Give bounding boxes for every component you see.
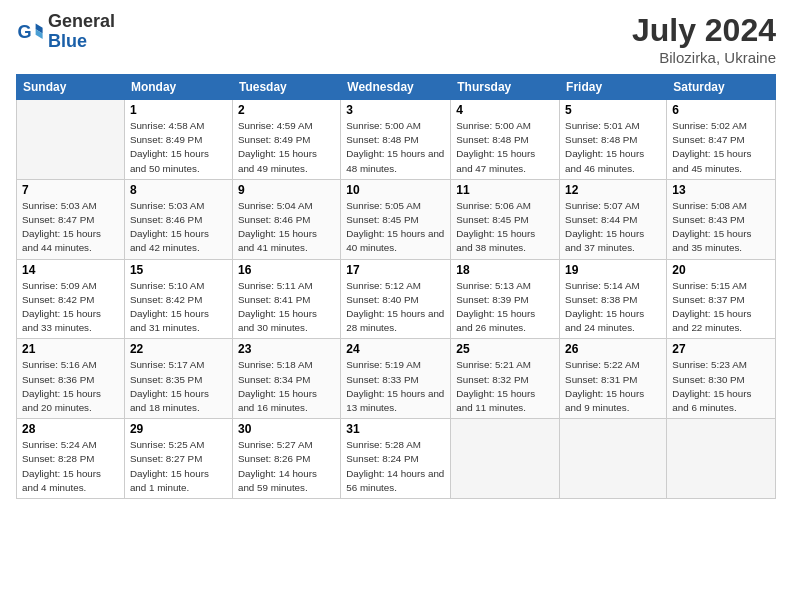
day-number: 22	[130, 342, 227, 356]
day-header-saturday: Saturday	[667, 75, 776, 100]
month-year: July 2024	[632, 12, 776, 49]
day-info: Sunrise: 5:16 AMSunset: 8:36 PMDaylight:…	[22, 358, 119, 415]
day-number: 18	[456, 263, 554, 277]
calendar-cell: 2Sunrise: 4:59 AMSunset: 8:49 PMDaylight…	[232, 100, 340, 180]
day-number: 8	[130, 183, 227, 197]
day-info: Sunrise: 5:04 AMSunset: 8:46 PMDaylight:…	[238, 199, 335, 256]
day-number: 27	[672, 342, 770, 356]
calendar-cell: 13Sunrise: 5:08 AMSunset: 8:43 PMDayligh…	[667, 179, 776, 259]
calendar-cell: 4Sunrise: 5:00 AMSunset: 8:48 PMDaylight…	[451, 100, 560, 180]
calendar-cell: 9Sunrise: 5:04 AMSunset: 8:46 PMDaylight…	[232, 179, 340, 259]
day-info: Sunrise: 5:19 AMSunset: 8:33 PMDaylight:…	[346, 358, 445, 415]
calendar-cell: 26Sunrise: 5:22 AMSunset: 8:31 PMDayligh…	[560, 339, 667, 419]
calendar-cell: 1Sunrise: 4:58 AMSunset: 8:49 PMDaylight…	[124, 100, 232, 180]
calendar-cell: 31Sunrise: 5:28 AMSunset: 8:24 PMDayligh…	[341, 419, 451, 499]
calendar-cell	[17, 100, 125, 180]
day-info: Sunrise: 5:10 AMSunset: 8:42 PMDaylight:…	[130, 279, 227, 336]
day-header-wednesday: Wednesday	[341, 75, 451, 100]
calendar-cell: 17Sunrise: 5:12 AMSunset: 8:40 PMDayligh…	[341, 259, 451, 339]
calendar-cell: 23Sunrise: 5:18 AMSunset: 8:34 PMDayligh…	[232, 339, 340, 419]
calendar-cell: 28Sunrise: 5:24 AMSunset: 8:28 PMDayligh…	[17, 419, 125, 499]
svg-text:G: G	[17, 21, 31, 41]
day-header-thursday: Thursday	[451, 75, 560, 100]
day-info: Sunrise: 5:03 AMSunset: 8:47 PMDaylight:…	[22, 199, 119, 256]
day-info: Sunrise: 5:00 AMSunset: 8:48 PMDaylight:…	[456, 119, 554, 176]
calendar-cell: 15Sunrise: 5:10 AMSunset: 8:42 PMDayligh…	[124, 259, 232, 339]
day-header-tuesday: Tuesday	[232, 75, 340, 100]
calendar-cell: 25Sunrise: 5:21 AMSunset: 8:32 PMDayligh…	[451, 339, 560, 419]
day-info: Sunrise: 5:00 AMSunset: 8:48 PMDaylight:…	[346, 119, 445, 176]
day-number: 29	[130, 422, 227, 436]
day-info: Sunrise: 5:11 AMSunset: 8:41 PMDaylight:…	[238, 279, 335, 336]
day-number: 25	[456, 342, 554, 356]
day-number: 5	[565, 103, 661, 117]
calendar-cell: 8Sunrise: 5:03 AMSunset: 8:46 PMDaylight…	[124, 179, 232, 259]
day-info: Sunrise: 5:01 AMSunset: 8:48 PMDaylight:…	[565, 119, 661, 176]
day-info: Sunrise: 5:18 AMSunset: 8:34 PMDaylight:…	[238, 358, 335, 415]
day-info: Sunrise: 5:27 AMSunset: 8:26 PMDaylight:…	[238, 438, 335, 495]
day-number: 13	[672, 183, 770, 197]
calendar-cell: 27Sunrise: 5:23 AMSunset: 8:30 PMDayligh…	[667, 339, 776, 419]
day-number: 16	[238, 263, 335, 277]
calendar-cell: 19Sunrise: 5:14 AMSunset: 8:38 PMDayligh…	[560, 259, 667, 339]
day-number: 7	[22, 183, 119, 197]
calendar-cell: 24Sunrise: 5:19 AMSunset: 8:33 PMDayligh…	[341, 339, 451, 419]
day-info: Sunrise: 5:17 AMSunset: 8:35 PMDaylight:…	[130, 358, 227, 415]
calendar-cell: 5Sunrise: 5:01 AMSunset: 8:48 PMDaylight…	[560, 100, 667, 180]
location: Bilozirka, Ukraine	[632, 49, 776, 66]
day-number: 20	[672, 263, 770, 277]
day-info: Sunrise: 5:09 AMSunset: 8:42 PMDaylight:…	[22, 279, 119, 336]
calendar-cell: 18Sunrise: 5:13 AMSunset: 8:39 PMDayligh…	[451, 259, 560, 339]
calendar-cell: 21Sunrise: 5:16 AMSunset: 8:36 PMDayligh…	[17, 339, 125, 419]
day-info: Sunrise: 5:13 AMSunset: 8:39 PMDaylight:…	[456, 279, 554, 336]
calendar: SundayMondayTuesdayWednesdayThursdayFrid…	[16, 74, 776, 499]
day-info: Sunrise: 5:21 AMSunset: 8:32 PMDaylight:…	[456, 358, 554, 415]
calendar-cell: 30Sunrise: 5:27 AMSunset: 8:26 PMDayligh…	[232, 419, 340, 499]
day-info: Sunrise: 5:14 AMSunset: 8:38 PMDaylight:…	[565, 279, 661, 336]
calendar-cell: 12Sunrise: 5:07 AMSunset: 8:44 PMDayligh…	[560, 179, 667, 259]
day-number: 12	[565, 183, 661, 197]
day-info: Sunrise: 5:25 AMSunset: 8:27 PMDaylight:…	[130, 438, 227, 495]
day-number: 2	[238, 103, 335, 117]
calendar-cell	[667, 419, 776, 499]
day-number: 3	[346, 103, 445, 117]
logo-icon: G	[16, 18, 44, 46]
day-number: 26	[565, 342, 661, 356]
title-block: July 2024 Bilozirka, Ukraine	[632, 12, 776, 66]
day-number: 24	[346, 342, 445, 356]
day-info: Sunrise: 5:02 AMSunset: 8:47 PMDaylight:…	[672, 119, 770, 176]
day-info: Sunrise: 5:15 AMSunset: 8:37 PMDaylight:…	[672, 279, 770, 336]
day-info: Sunrise: 5:24 AMSunset: 8:28 PMDaylight:…	[22, 438, 119, 495]
day-number: 21	[22, 342, 119, 356]
day-info: Sunrise: 5:22 AMSunset: 8:31 PMDaylight:…	[565, 358, 661, 415]
day-number: 4	[456, 103, 554, 117]
day-info: Sunrise: 5:03 AMSunset: 8:46 PMDaylight:…	[130, 199, 227, 256]
calendar-cell: 7Sunrise: 5:03 AMSunset: 8:47 PMDaylight…	[17, 179, 125, 259]
day-info: Sunrise: 5:12 AMSunset: 8:40 PMDaylight:…	[346, 279, 445, 336]
day-number: 23	[238, 342, 335, 356]
logo-general-text: General	[48, 12, 115, 32]
calendar-cell: 29Sunrise: 5:25 AMSunset: 8:27 PMDayligh…	[124, 419, 232, 499]
day-number: 15	[130, 263, 227, 277]
day-info: Sunrise: 4:59 AMSunset: 8:49 PMDaylight:…	[238, 119, 335, 176]
day-header-friday: Friday	[560, 75, 667, 100]
logo-blue-text: Blue	[48, 32, 115, 52]
day-number: 1	[130, 103, 227, 117]
calendar-cell	[560, 419, 667, 499]
day-info: Sunrise: 5:05 AMSunset: 8:45 PMDaylight:…	[346, 199, 445, 256]
day-number: 31	[346, 422, 445, 436]
day-number: 17	[346, 263, 445, 277]
day-info: Sunrise: 5:23 AMSunset: 8:30 PMDaylight:…	[672, 358, 770, 415]
calendar-cell: 20Sunrise: 5:15 AMSunset: 8:37 PMDayligh…	[667, 259, 776, 339]
day-number: 6	[672, 103, 770, 117]
day-header-sunday: Sunday	[17, 75, 125, 100]
day-number: 19	[565, 263, 661, 277]
calendar-cell	[451, 419, 560, 499]
calendar-cell: 16Sunrise: 5:11 AMSunset: 8:41 PMDayligh…	[232, 259, 340, 339]
day-info: Sunrise: 5:07 AMSunset: 8:44 PMDaylight:…	[565, 199, 661, 256]
logo: G General Blue	[16, 12, 115, 52]
day-number: 30	[238, 422, 335, 436]
calendar-cell: 22Sunrise: 5:17 AMSunset: 8:35 PMDayligh…	[124, 339, 232, 419]
calendar-cell: 10Sunrise: 5:05 AMSunset: 8:45 PMDayligh…	[341, 179, 451, 259]
calendar-cell: 11Sunrise: 5:06 AMSunset: 8:45 PMDayligh…	[451, 179, 560, 259]
